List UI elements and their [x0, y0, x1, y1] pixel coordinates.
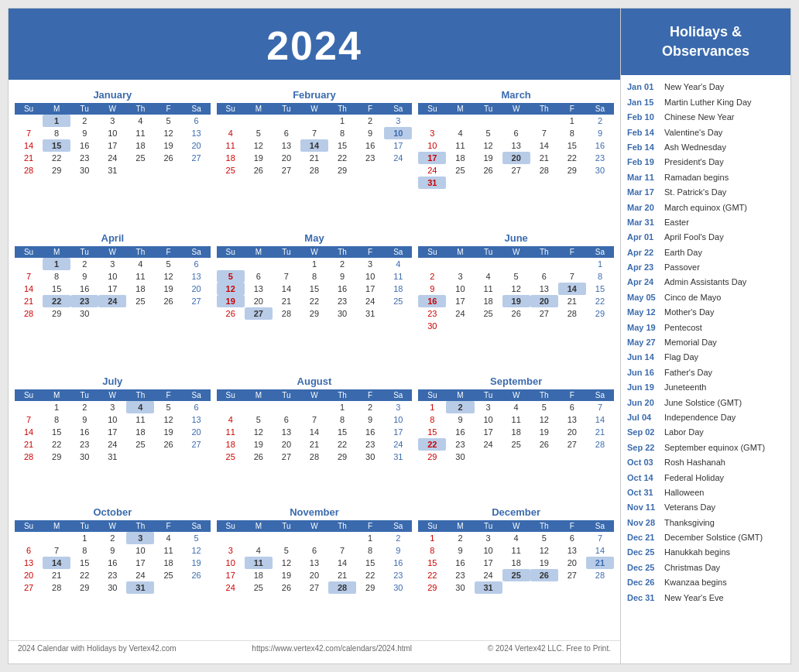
calendar-day[interactable]: 7 — [15, 127, 43, 139]
calendar-day[interactable]: 10 — [384, 127, 412, 139]
calendar-day[interactable]: 29 — [328, 164, 356, 177]
calendar-day[interactable]: 28 — [43, 581, 70, 594]
calendar-day[interactable]: 6 — [530, 270, 558, 283]
calendar-day[interactable]: 17 — [384, 139, 412, 152]
calendar-day[interactable]: 9 — [70, 127, 98, 139]
calendar-day[interactable]: 25 — [217, 164, 245, 177]
calendar-day[interactable]: 23 — [384, 569, 412, 581]
calendar-day[interactable]: 9 — [356, 127, 384, 139]
calendar-day[interactable]: 12 — [245, 139, 273, 152]
calendar-day[interactable]: 14 — [15, 139, 43, 152]
calendar-day[interactable]: 15 — [300, 283, 328, 295]
calendar-day[interactable]: 12 — [502, 283, 530, 295]
calendar-day[interactable]: 27 — [183, 438, 211, 451]
calendar-day[interactable]: 7 — [300, 413, 328, 426]
calendar-day[interactable]: 10 — [356, 270, 384, 283]
calendar-day[interactable]: 12 — [530, 544, 558, 557]
calendar-day[interactable]: 16 — [70, 283, 98, 295]
calendar-day[interactable]: 15 — [43, 139, 70, 152]
calendar-day[interactable]: 29 — [356, 581, 384, 594]
calendar-day[interactable]: 28 — [586, 438, 614, 451]
calendar-day[interactable]: 29 — [418, 581, 446, 594]
calendar-day[interactable]: 8 — [43, 127, 70, 139]
calendar-day[interactable]: 3 — [446, 270, 474, 283]
calendar-day[interactable]: 13 — [273, 426, 300, 438]
calendar-day[interactable]: 3 — [98, 258, 126, 270]
calendar-day[interactable]: 8 — [418, 413, 446, 426]
calendar-day[interactable]: 6 — [245, 270, 273, 283]
calendar-day[interactable]: 30 — [356, 451, 384, 463]
calendar-day[interactable]: 21 — [273, 295, 300, 307]
calendar-day[interactable]: 14 — [273, 283, 300, 295]
calendar-day[interactable]: 23 — [418, 307, 446, 320]
calendar-day[interactable]: 14 — [530, 139, 558, 152]
calendar-day[interactable]: 13 — [300, 557, 328, 569]
calendar-day[interactable]: 22 — [558, 152, 586, 164]
calendar-day[interactable]: 15 — [418, 426, 446, 438]
calendar-day[interactable]: 12 — [154, 270, 182, 283]
calendar-day[interactable]: 26 — [245, 164, 273, 177]
calendar-day[interactable]: 7 — [586, 532, 614, 544]
calendar-day[interactable]: 19 — [217, 295, 245, 307]
calendar-day[interactable]: 28 — [586, 569, 614, 581]
calendar-day[interactable]: 5 — [502, 270, 530, 283]
calendar-day[interactable]: 28 — [530, 164, 558, 177]
calendar-day[interactable]: 5 — [217, 270, 245, 283]
calendar-day[interactable]: 1 — [586, 258, 614, 270]
calendar-day[interactable]: 12 — [154, 127, 182, 139]
calendar-day[interactable]: 18 — [126, 139, 154, 152]
calendar-day[interactable]: 21 — [300, 152, 328, 164]
calendar-day[interactable]: 10 — [475, 413, 502, 426]
calendar-day[interactable]: 27 — [530, 307, 558, 320]
calendar-day[interactable]: 9 — [98, 544, 126, 557]
calendar-day[interactable]: 15 — [43, 426, 70, 438]
calendar-day[interactable]: 21 — [300, 438, 328, 451]
calendar-day[interactable]: 11 — [502, 413, 530, 426]
calendar-day[interactable]: 25 — [446, 164, 474, 177]
calendar-day[interactable]: 28 — [300, 164, 328, 177]
calendar-day[interactable]: 17 — [98, 426, 126, 438]
calendar-day[interactable]: 29 — [328, 451, 356, 463]
calendar-day[interactable]: 1 — [356, 532, 384, 544]
calendar-day[interactable]: 27 — [300, 581, 328, 594]
calendar-day[interactable]: 1 — [558, 115, 586, 127]
calendar-day[interactable]: 22 — [418, 438, 446, 451]
calendar-day[interactable]: 30 — [418, 320, 446, 332]
calendar-day[interactable]: 11 — [126, 270, 154, 283]
calendar-day[interactable]: 20 — [273, 152, 300, 164]
calendar-day[interactable]: 20 — [502, 152, 530, 164]
calendar-day[interactable]: 23 — [446, 569, 474, 581]
calendar-day[interactable]: 30 — [446, 581, 474, 594]
calendar-day[interactable]: 10 — [217, 557, 245, 569]
calendar-day[interactable]: 28 — [300, 451, 328, 463]
calendar-day[interactable]: 13 — [183, 127, 211, 139]
calendar-day[interactable]: 20 — [183, 283, 211, 295]
calendar-day[interactable]: 21 — [43, 569, 70, 581]
calendar-day[interactable]: 9 — [418, 283, 446, 295]
calendar-day[interactable]: 16 — [446, 557, 474, 569]
calendar-day[interactable]: 11 — [217, 426, 245, 438]
calendar-day[interactable]: 19 — [154, 283, 182, 295]
calendar-day[interactable]: 9 — [328, 270, 356, 283]
calendar-day[interactable]: 21 — [586, 557, 614, 569]
calendar-day[interactable]: 2 — [356, 115, 384, 127]
calendar-day[interactable]: 11 — [126, 413, 154, 426]
calendar-day[interactable]: 18 — [502, 426, 530, 438]
calendar-day[interactable]: 16 — [418, 295, 446, 307]
calendar-day[interactable]: 7 — [558, 270, 586, 283]
calendar-day[interactable]: 17 — [217, 569, 245, 581]
calendar-day[interactable]: 31 — [98, 164, 126, 177]
calendar-day[interactable]: 11 — [245, 557, 273, 569]
calendar-day[interactable]: 30 — [586, 164, 614, 177]
calendar-day[interactable]: 3 — [126, 532, 154, 544]
calendar-day[interactable]: 4 — [502, 401, 530, 413]
calendar-day[interactable]: 31 — [126, 581, 154, 594]
calendar-day[interactable]: 25 — [217, 451, 245, 463]
calendar-day[interactable]: 11 — [446, 139, 474, 152]
calendar-day[interactable]: 22 — [300, 295, 328, 307]
calendar-day[interactable]: 14 — [300, 426, 328, 438]
calendar-day[interactable]: 5 — [530, 401, 558, 413]
calendar-day[interactable]: 27 — [15, 581, 43, 594]
calendar-day[interactable]: 27 — [558, 569, 586, 581]
calendar-day[interactable]: 9 — [70, 270, 98, 283]
